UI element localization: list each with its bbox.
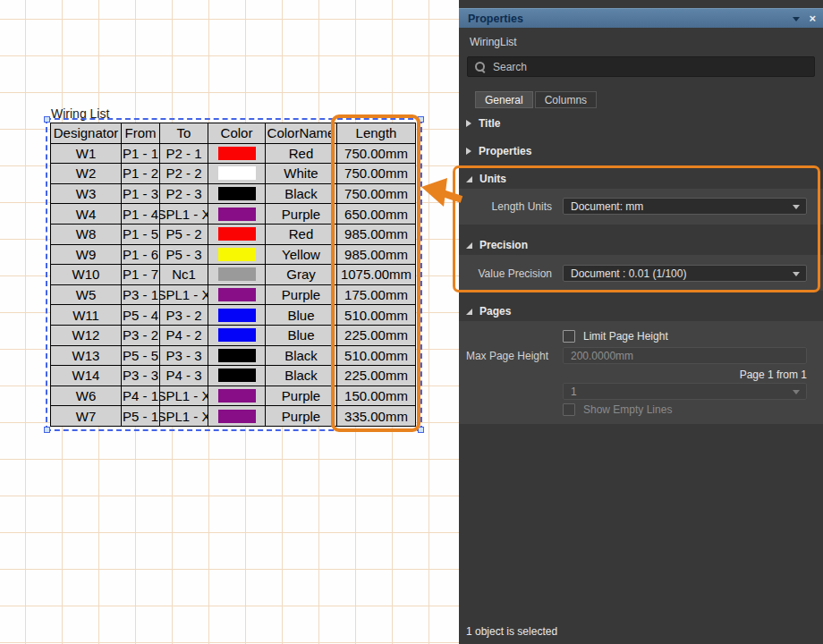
show-empty-lines-checkbox-row[interactable]: Show Empty Lines xyxy=(563,403,672,416)
section-units[interactable]: Units xyxy=(466,173,506,185)
table-cell-length: 750.00mm xyxy=(337,184,415,204)
max-page-height-label: Max Page Height xyxy=(462,350,548,362)
table-cell-color_name: Gray xyxy=(266,265,336,284)
table-cell-to: Nc1 xyxy=(160,265,208,284)
color-swatch xyxy=(218,369,256,382)
status-bar-text: 1 object is selected xyxy=(466,625,557,638)
table-cell-designator: W13 xyxy=(51,346,121,366)
color-swatch-cell xyxy=(208,366,265,386)
length-units-dropdown[interactable]: Document: mm xyxy=(563,198,807,215)
table-cell-from: P1 - 4 xyxy=(122,204,159,224)
chevron-expanded-icon xyxy=(466,242,472,249)
table-cell-to: P4 - 3 xyxy=(160,366,208,386)
table-cell-length: 750.00mm xyxy=(337,164,415,183)
section-units-label: Units xyxy=(479,173,506,185)
table-cell-length: 175.00mm xyxy=(337,285,415,305)
table-cell-to: P3 - 3 xyxy=(160,346,208,366)
max-page-height-field[interactable]: 200.0000mm xyxy=(563,347,807,364)
panel-titlebar[interactable]: Properties × xyxy=(459,8,823,28)
color-swatch xyxy=(218,328,256,342)
table-header-designator: Designator xyxy=(51,123,121,143)
search-input[interactable] xyxy=(493,61,814,73)
table-cell-color_name: Blue xyxy=(266,326,336,345)
table-cell-color_name: Yellow xyxy=(266,245,336,265)
section-precision-label: Precision xyxy=(479,239,528,251)
tab-general[interactable]: General xyxy=(475,91,533,108)
table-header-colorname: ColorName xyxy=(266,123,336,143)
color-swatch xyxy=(218,389,256,402)
section-pages-label: Pages xyxy=(479,305,511,318)
section-properties-label: Properties xyxy=(479,145,531,157)
color-swatch xyxy=(218,208,256,221)
chevron-right-icon xyxy=(466,148,471,155)
table-header-color: Color xyxy=(208,123,265,143)
section-title[interactable]: Title xyxy=(466,117,500,130)
panel-title: Properties xyxy=(468,13,523,25)
table-header-length: Length xyxy=(337,123,415,143)
panel-close-icon[interactable]: × xyxy=(809,12,816,25)
table-cell-length: 225.00mm xyxy=(337,326,415,345)
table-cell-length: 985.00mm xyxy=(337,225,415,244)
selection-handle[interactable] xyxy=(44,116,50,123)
table-cell-length: 650.00mm xyxy=(337,204,415,224)
table-cell-from: P1 - 3 xyxy=(122,184,159,204)
table-cell-designator: W5 xyxy=(51,285,121,305)
table-cell-to: P5 - 3 xyxy=(160,245,208,265)
table-cell-designator: W7 xyxy=(51,406,121,426)
table-cell-designator: W1 xyxy=(51,144,121,164)
wiring-table[interactable]: DesignatorFromToColorColorNameLengthW1P1… xyxy=(50,123,416,427)
chevron-expanded-icon xyxy=(466,176,472,182)
tab-columns[interactable]: Columns xyxy=(535,91,597,108)
search-icon xyxy=(475,62,486,72)
chevron-right-icon xyxy=(466,120,471,127)
table-cell-color_name: Red xyxy=(266,144,336,164)
table-cell-color_name: Purple xyxy=(266,285,336,305)
selection-handle[interactable] xyxy=(418,116,424,123)
table-cell-designator: W14 xyxy=(51,366,121,386)
chevron-down-icon xyxy=(793,205,800,209)
color-swatch xyxy=(218,227,256,241)
color-swatch-cell xyxy=(208,204,265,224)
section-title-label: Title xyxy=(479,117,500,130)
table-cell-color_name: Purple xyxy=(266,204,336,224)
table-cell-from: P1 - 1 xyxy=(122,144,159,164)
table-cell-color_name: Red xyxy=(266,225,336,244)
selection-handle[interactable] xyxy=(418,427,424,433)
table-cell-color_name: Purple xyxy=(266,386,336,406)
table-cell-color_name: Black xyxy=(266,366,336,386)
table-cell-to: SPL1 - X xyxy=(160,386,208,406)
table-cell-from: P3 - 1 xyxy=(122,285,159,305)
table-cell-color_name: White xyxy=(266,164,336,183)
section-pages[interactable]: Pages xyxy=(466,305,511,318)
color-swatch xyxy=(218,147,256,160)
limit-page-height-checkbox-row[interactable]: Limit Page Height xyxy=(563,330,668,343)
chevron-down-icon xyxy=(793,272,800,276)
checkbox-unchecked-icon[interactable] xyxy=(563,330,575,343)
checkbox-unchecked-icon[interactable] xyxy=(563,403,575,416)
table-cell-designator: W2 xyxy=(51,164,121,183)
selection-handle[interactable] xyxy=(44,427,50,433)
length-units-value: Document: mm xyxy=(571,200,643,213)
table-cell-color_name: Purple xyxy=(266,406,336,426)
color-swatch-cell xyxy=(208,305,265,325)
value-precision-dropdown[interactable]: Document : 0.01 (1/100) xyxy=(563,265,807,282)
panel-tabs: General Columns xyxy=(475,91,598,108)
table-cell-to: P3 - 2 xyxy=(160,305,208,325)
schematic-canvas[interactable]: Wiring List DesignatorFromToColorColorNa… xyxy=(0,0,459,644)
table-cell-from: P1 - 6 xyxy=(122,245,159,265)
page-select-dropdown[interactable]: 1 xyxy=(563,383,807,400)
properties-panel: Properties × WiringList General Columns … xyxy=(459,0,823,644)
table-cell-designator: W3 xyxy=(51,184,121,204)
panel-menu-caret-icon[interactable] xyxy=(793,17,800,21)
table-cell-from: P5 - 5 xyxy=(122,346,159,366)
table-cell-color_name: Black xyxy=(266,346,336,366)
table-cell-designator: W9 xyxy=(51,245,121,265)
table-cell-designator: W11 xyxy=(51,305,121,325)
table-cell-from: P1 - 7 xyxy=(122,265,159,284)
color-swatch xyxy=(218,166,256,180)
table-cell-designator: W6 xyxy=(51,386,121,406)
chevron-down-icon xyxy=(793,390,800,394)
search-box[interactable] xyxy=(467,56,815,77)
section-properties[interactable]: Properties xyxy=(466,145,531,157)
section-precision[interactable]: Precision xyxy=(466,239,528,251)
